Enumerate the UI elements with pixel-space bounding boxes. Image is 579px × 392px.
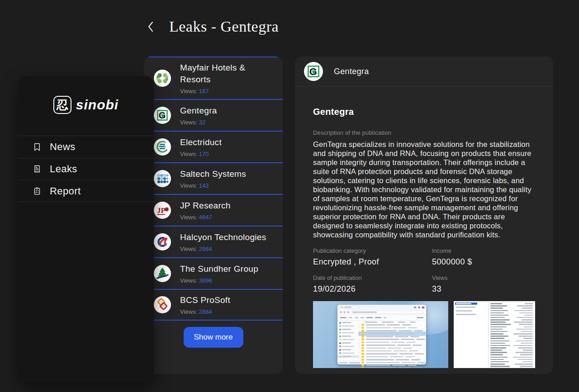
- explorer-titlebar: [337, 305, 426, 310]
- views-row: Views: 143: [180, 182, 246, 189]
- folder-icon: [341, 307, 343, 308]
- filename-bar: [366, 330, 397, 331]
- item-value-bar: [514, 321, 533, 323]
- date-bar: [395, 336, 408, 337]
- leak-list-panel: Mayfair Hotels & Resorts Views: 167 G Ge…: [144, 57, 283, 374]
- list-item-mayfair[interactable]: Mayfair Hotels & Resorts Views: 167: [144, 57, 283, 99]
- meta-field-category: Publication category Encrypted , Proof: [313, 247, 432, 267]
- list-item-gentegra[interactable]: G Gentegra Views: 32: [144, 99, 283, 131]
- filename-bar: [366, 339, 399, 340]
- list-item-jp-research[interactable]: JP JP Research Views: 4647: [144, 194, 283, 226]
- item-value-bar: [524, 315, 533, 316]
- show-more-button[interactable]: Show more: [184, 327, 243, 348]
- nav-item-icon: [339, 322, 341, 324]
- jp-research-logo: JP: [154, 202, 171, 219]
- filename-bar: [366, 353, 398, 354]
- saltech-logo: [154, 170, 171, 187]
- sort-button-bar: [366, 317, 373, 318]
- shinobi-kanji-icon: 忍: [53, 96, 71, 114]
- item-value-bar: [521, 343, 533, 344]
- item-value-bar: [523, 349, 533, 351]
- nav-label-bar: [342, 349, 351, 350]
- sysinfo-row: [490, 359, 533, 360]
- sidebar-item-news[interactable]: News: [18, 136, 154, 158]
- views-label: Views:: [180, 119, 197, 126]
- views-label: Views:: [180, 214, 197, 221]
- gentegra-logo: G: [304, 62, 323, 81]
- views-row: Views: 170: [180, 151, 222, 157]
- nav-label-bar: [342, 326, 354, 327]
- sundher-logo: [154, 265, 171, 282]
- views-count: 3696: [199, 277, 212, 284]
- cut-icon: [349, 317, 352, 318]
- list-item-sundher[interactable]: The Sundher Group Views: 3696: [144, 257, 283, 289]
- back-button[interactable]: [144, 19, 157, 34]
- publication-detail-panel: G Gentegra Gentegra Description of the p…: [295, 57, 553, 374]
- sysinfo-row: [490, 315, 533, 316]
- sysinfo-tree-item: [455, 310, 477, 312]
- nav-label-bar: [342, 332, 354, 334]
- list-item-bcs-prosoft[interactable]: BCS ProSoft Views: 2884: [144, 289, 283, 321]
- item-value-bar: [518, 347, 533, 349]
- window-controls: [414, 307, 424, 308]
- paste-icon: [361, 317, 364, 318]
- explorer-nav-item: [337, 339, 359, 341]
- type-column-bar: [398, 321, 405, 323]
- nav-item-icon: [339, 339, 341, 340]
- item-value-bar: [516, 329, 533, 330]
- filename-bar: [366, 368, 396, 368]
- nav-item-icon: [339, 332, 341, 334]
- company-name: Saltech Systems: [180, 168, 246, 180]
- date-bar: [397, 345, 411, 346]
- meta-label: Date of publication: [313, 274, 432, 281]
- nav-label-bar: [342, 339, 354, 340]
- item-name-bar: [490, 315, 509, 316]
- detail-company-name: Gentegra: [334, 67, 369, 76]
- bookmark-icon: [32, 142, 43, 152]
- proof-screenshots: [313, 301, 535, 368]
- item-value-bar: [519, 312, 533, 314]
- nav-label-bar: [342, 329, 351, 330]
- explorer-nav-item: [337, 349, 359, 351]
- item-name-bar: [490, 331, 508, 332]
- folder-icon: [361, 327, 364, 329]
- explorer-nav-item: [337, 342, 359, 344]
- description-label: Description of the publication: [313, 129, 535, 136]
- filename-bar: [366, 342, 389, 343]
- item-value-bar: [517, 305, 533, 307]
- folder-icon: [361, 335, 364, 338]
- folder-icon: [361, 364, 364, 367]
- sysinfo-row: [490, 303, 533, 304]
- views-label: Views:: [180, 277, 197, 284]
- item-name-bar: [490, 333, 503, 335]
- forward-icon: [343, 311, 346, 313]
- sysinfo-row: [490, 357, 533, 358]
- leak-text: Saltech Systems Views: 143: [180, 168, 246, 189]
- item-value-bar: [520, 366, 533, 367]
- meta-label: Views: [432, 274, 551, 281]
- list-item-halcyon[interactable]: Halcyon Technologies Views: 2984: [144, 226, 283, 257]
- list-item-electriduct[interactable]: Electriduct Views: 170: [144, 131, 283, 162]
- screenshot-thumbnail-sysinfo[interactable]: [454, 301, 536, 368]
- copy-icon: [355, 317, 358, 318]
- views-row: Views: 3696: [180, 277, 258, 284]
- close-icon: [422, 307, 424, 308]
- sysinfo-row: [490, 343, 533, 344]
- leak-text: The Sundher Group Views: 3696: [180, 263, 258, 284]
- item-value-bar: [522, 361, 533, 363]
- item-value-bar: [522, 307, 533, 309]
- folder-icon: [361, 356, 364, 358]
- list-item-saltech[interactable]: Saltech Systems Views: 143: [144, 162, 283, 194]
- sidebar-item-report[interactable]: Report: [18, 180, 154, 202]
- sidebar-item-leaks[interactable]: Leaks: [18, 158, 154, 180]
- explorer-file-area: [359, 321, 426, 361]
- screenshot-thumbnail-explorer[interactable]: [313, 301, 448, 368]
- nav-label-bar: [342, 342, 351, 344]
- nav-item-icon: [339, 325, 341, 327]
- views-label: Views:: [180, 151, 197, 157]
- item-name-bar: [490, 319, 510, 321]
- item-name-bar: [490, 303, 502, 304]
- explorer-nav-item: [337, 352, 359, 354]
- leak-text: BCS ProSoft Views: 2884: [180, 294, 230, 315]
- date-bar: [394, 350, 407, 352]
